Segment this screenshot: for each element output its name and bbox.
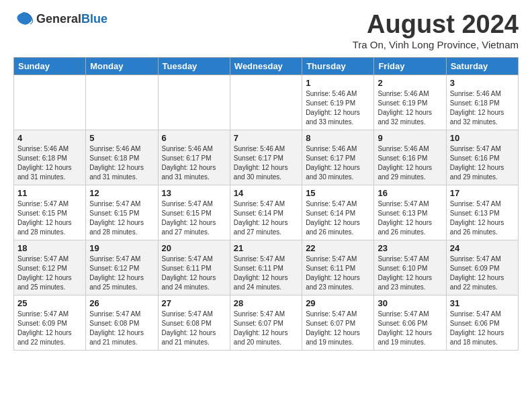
day-number: 4 (17, 133, 82, 143)
day-number: 18 (17, 243, 82, 253)
day-number: 9 (378, 133, 442, 143)
day-info: Sunrise: 5:47 AM Sunset: 6:13 PM Dayligh… (378, 199, 442, 237)
day-number: 17 (450, 188, 515, 198)
day-info: Sunrise: 5:47 AM Sunset: 6:07 PM Dayligh… (306, 310, 370, 347)
day-cell: 14Sunrise: 5:47 AM Sunset: 6:14 PM Dayli… (230, 185, 302, 240)
day-number: 23 (378, 243, 442, 253)
page-header: GeneralBlue August 2024 Tra On, Vinh Lon… (13, 11, 519, 50)
day-cell: 5Sunrise: 5:46 AM Sunset: 6:18 PM Daylig… (86, 130, 158, 185)
day-cell (14, 75, 86, 130)
day-info: Sunrise: 5:47 AM Sunset: 6:11 PM Dayligh… (234, 255, 298, 292)
day-cell: 29Sunrise: 5:47 AM Sunset: 6:07 PM Dayli… (302, 295, 374, 350)
day-number: 7 (234, 133, 298, 143)
day-cell: 22Sunrise: 5:47 AM Sunset: 6:11 PM Dayli… (302, 240, 374, 295)
day-cell: 17Sunrise: 5:47 AM Sunset: 6:13 PM Dayli… (446, 185, 518, 240)
col-saturday: Saturday (446, 57, 518, 75)
month-year: August 2024 (353, 11, 519, 39)
day-info: Sunrise: 5:46 AM Sunset: 6:17 PM Dayligh… (162, 144, 226, 182)
day-cell (158, 75, 230, 130)
week-row-5: 25Sunrise: 5:47 AM Sunset: 6:09 PM Dayli… (14, 295, 519, 350)
day-cell: 1Sunrise: 5:46 AM Sunset: 6:19 PM Daylig… (302, 75, 374, 130)
day-number: 21 (234, 243, 298, 253)
day-cell: 19Sunrise: 5:47 AM Sunset: 6:12 PM Dayli… (86, 240, 158, 295)
day-info: Sunrise: 5:47 AM Sunset: 6:12 PM Dayligh… (89, 255, 154, 292)
title-block: August 2024 Tra On, Vinh Long Province, … (353, 11, 519, 50)
day-cell: 6Sunrise: 5:46 AM Sunset: 6:17 PM Daylig… (158, 130, 230, 185)
day-number: 16 (378, 188, 442, 198)
day-number: 15 (306, 188, 370, 198)
day-cell: 12Sunrise: 5:47 AM Sunset: 6:15 PM Dayli… (86, 185, 158, 240)
day-info: Sunrise: 5:47 AM Sunset: 6:08 PM Dayligh… (162, 310, 226, 347)
day-info: Sunrise: 5:46 AM Sunset: 6:19 PM Dayligh… (306, 89, 370, 127)
day-cell: 24Sunrise: 5:47 AM Sunset: 6:09 PM Dayli… (446, 240, 518, 295)
day-info: Sunrise: 5:46 AM Sunset: 6:18 PM Dayligh… (89, 144, 154, 182)
day-number: 19 (89, 243, 154, 253)
day-info: Sunrise: 5:47 AM Sunset: 6:14 PM Dayligh… (306, 199, 370, 237)
day-number: 25 (17, 298, 82, 308)
col-tuesday: Tuesday (158, 57, 230, 75)
day-number: 24 (450, 243, 515, 253)
day-cell: 15Sunrise: 5:47 AM Sunset: 6:14 PM Dayli… (302, 185, 374, 240)
day-info: Sunrise: 5:46 AM Sunset: 6:18 PM Dayligh… (450, 89, 515, 127)
calendar-header-row: Sunday Monday Tuesday Wednesday Thursday… (14, 57, 519, 75)
day-number: 12 (89, 188, 154, 198)
col-monday: Monday (86, 57, 158, 75)
logo-text: GeneralBlue (36, 12, 107, 26)
day-info: Sunrise: 5:47 AM Sunset: 6:13 PM Dayligh… (450, 199, 515, 237)
day-cell: 13Sunrise: 5:47 AM Sunset: 6:15 PM Dayli… (158, 185, 230, 240)
day-cell: 25Sunrise: 5:47 AM Sunset: 6:09 PM Dayli… (14, 295, 86, 350)
day-cell: 27Sunrise: 5:47 AM Sunset: 6:08 PM Dayli… (158, 295, 230, 350)
day-cell: 23Sunrise: 5:47 AM Sunset: 6:10 PM Dayli… (374, 240, 446, 295)
day-number: 22 (306, 243, 370, 253)
logo: GeneralBlue (13, 11, 107, 27)
week-row-4: 18Sunrise: 5:47 AM Sunset: 6:12 PM Dayli… (14, 240, 519, 295)
week-row-3: 11Sunrise: 5:47 AM Sunset: 6:15 PM Dayli… (14, 185, 519, 240)
day-number: 26 (89, 298, 154, 308)
col-thursday: Thursday (302, 57, 374, 75)
day-cell (230, 75, 302, 130)
day-number: 31 (450, 298, 515, 308)
day-cell: 18Sunrise: 5:47 AM Sunset: 6:12 PM Dayli… (14, 240, 86, 295)
day-cell: 7Sunrise: 5:46 AM Sunset: 6:17 PM Daylig… (230, 130, 302, 185)
day-number: 11 (17, 188, 82, 198)
day-info: Sunrise: 5:47 AM Sunset: 6:15 PM Dayligh… (162, 199, 226, 237)
day-info: Sunrise: 5:46 AM Sunset: 6:17 PM Dayligh… (234, 144, 298, 182)
day-info: Sunrise: 5:47 AM Sunset: 6:09 PM Dayligh… (450, 255, 515, 292)
day-info: Sunrise: 5:47 AM Sunset: 6:15 PM Dayligh… (89, 199, 154, 237)
day-cell: 2Sunrise: 5:46 AM Sunset: 6:19 PM Daylig… (374, 75, 446, 130)
day-info: Sunrise: 5:46 AM Sunset: 6:19 PM Dayligh… (378, 89, 442, 127)
day-info: Sunrise: 5:47 AM Sunset: 6:12 PM Dayligh… (17, 255, 82, 292)
day-cell: 26Sunrise: 5:47 AM Sunset: 6:08 PM Dayli… (86, 295, 158, 350)
day-cell: 31Sunrise: 5:47 AM Sunset: 6:06 PM Dayli… (446, 295, 518, 350)
day-info: Sunrise: 5:46 AM Sunset: 6:17 PM Dayligh… (306, 144, 370, 182)
day-cell: 30Sunrise: 5:47 AM Sunset: 6:06 PM Dayli… (374, 295, 446, 350)
day-cell: 20Sunrise: 5:47 AM Sunset: 6:11 PM Dayli… (158, 240, 230, 295)
day-number: 14 (234, 188, 298, 198)
day-info: Sunrise: 5:47 AM Sunset: 6:15 PM Dayligh… (17, 199, 82, 237)
day-cell: 4Sunrise: 5:46 AM Sunset: 6:18 PM Daylig… (14, 130, 86, 185)
week-row-1: 1Sunrise: 5:46 AM Sunset: 6:19 PM Daylig… (14, 75, 519, 130)
day-number: 27 (162, 298, 226, 308)
day-cell: 9Sunrise: 5:46 AM Sunset: 6:16 PM Daylig… (374, 130, 446, 185)
day-info: Sunrise: 5:47 AM Sunset: 6:11 PM Dayligh… (162, 255, 226, 292)
col-sunday: Sunday (14, 57, 86, 75)
day-cell: 16Sunrise: 5:47 AM Sunset: 6:13 PM Dayli… (374, 185, 446, 240)
day-cell: 10Sunrise: 5:47 AM Sunset: 6:16 PM Dayli… (446, 130, 518, 185)
day-number: 13 (162, 188, 226, 198)
day-info: Sunrise: 5:47 AM Sunset: 6:08 PM Dayligh… (89, 310, 154, 347)
day-info: Sunrise: 5:47 AM Sunset: 6:14 PM Dayligh… (234, 199, 298, 237)
day-cell: 21Sunrise: 5:47 AM Sunset: 6:11 PM Dayli… (230, 240, 302, 295)
day-number: 29 (306, 298, 370, 308)
day-number: 20 (162, 243, 226, 253)
day-info: Sunrise: 5:47 AM Sunset: 6:11 PM Dayligh… (306, 255, 370, 292)
day-info: Sunrise: 5:47 AM Sunset: 6:07 PM Dayligh… (234, 310, 298, 347)
day-cell (86, 75, 158, 130)
day-info: Sunrise: 5:46 AM Sunset: 6:18 PM Dayligh… (17, 144, 82, 182)
day-info: Sunrise: 5:47 AM Sunset: 6:10 PM Dayligh… (378, 255, 442, 292)
day-info: Sunrise: 5:47 AM Sunset: 6:09 PM Dayligh… (17, 310, 82, 347)
day-number: 28 (234, 298, 298, 308)
col-wednesday: Wednesday (230, 57, 302, 75)
week-row-2: 4Sunrise: 5:46 AM Sunset: 6:18 PM Daylig… (14, 130, 519, 185)
day-number: 3 (450, 78, 515, 88)
day-number: 1 (306, 78, 370, 88)
